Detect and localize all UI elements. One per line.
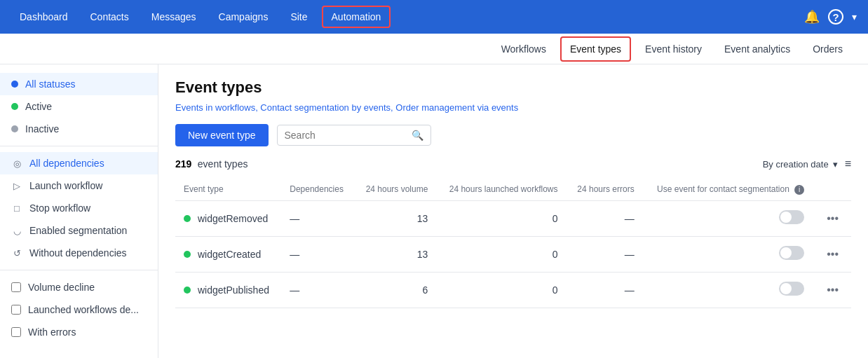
sidebar-item-inactive[interactable]: Inactive <box>0 118 158 140</box>
sidebar-item-volume-decline[interactable]: Volume decline <box>0 276 158 298</box>
volume-decline-checkbox[interactable] <box>11 282 21 292</box>
row-active-dot <box>184 287 191 294</box>
sidebar-item-stop-workflow[interactable]: □ Stop workflow <box>0 197 158 219</box>
volume-decline-label: Volume decline <box>28 282 95 293</box>
segmentation-toggle[interactable] <box>779 246 804 260</box>
results-count-text: 219 event types <box>175 158 247 170</box>
nav-dashboard[interactable]: Dashboard <box>11 7 76 27</box>
segmentation-info-icon[interactable]: i <box>794 185 804 195</box>
bell-icon[interactable]: 🔔 <box>804 9 820 25</box>
col-dependencies: Dependencies <box>281 179 354 200</box>
help-icon[interactable]: ? <box>828 9 843 25</box>
launched-cell: 0 <box>436 272 566 308</box>
segmentation-toggle[interactable] <box>779 282 804 296</box>
event-name: widgetPublished <box>198 284 269 296</box>
sidebar-item-active[interactable]: Active <box>0 95 158 118</box>
subnav-event-types[interactable]: Event types <box>560 36 631 62</box>
subnav-orders[interactable]: Orders <box>804 38 851 60</box>
active-label: Active <box>25 101 52 112</box>
dependencies-cell: — <box>281 200 354 236</box>
sidebar-item-launched-workflows[interactable]: Launched workflows de... <box>0 298 158 321</box>
col-24h-launched: 24 hours launched workflows <box>436 179 566 200</box>
nav-campaigns[interactable]: Campaigns <box>210 7 277 27</box>
volume-cell: 13 <box>355 236 437 272</box>
sidebar-item-without-dependencies[interactable]: ↺ Without dependencies <box>0 242 158 264</box>
sidebar-divider-1 <box>0 146 158 146</box>
launched-cell: 0 <box>436 200 566 236</box>
more-options-button[interactable]: ••• <box>822 209 843 228</box>
nav-right: 🔔 ? ▾ <box>804 9 857 25</box>
search-box: 🔍 <box>277 125 431 146</box>
more-options-button[interactable]: ••• <box>822 245 843 263</box>
results-number: 219 <box>175 158 191 170</box>
all-deps-icon: ◎ <box>11 158 22 169</box>
col-event-type: Event type <box>175 179 281 200</box>
active-dot <box>11 103 18 110</box>
sidebar-item-launch-workflow[interactable]: ▷ Launch workflow <box>0 174 158 197</box>
row-active-dot <box>184 251 191 258</box>
sidebar-item-enabled-segmentation[interactable]: ◡ Enabled segmentation <box>0 219 158 242</box>
table-row: widgetCreated — 13 0 — ••• <box>175 236 851 272</box>
inactive-dot <box>11 125 18 132</box>
errors-cell: — <box>567 236 643 272</box>
errors-cell: — <box>567 200 643 236</box>
sort-filter-icon: ≡ <box>845 158 851 170</box>
sort-label: By creation date <box>763 159 829 170</box>
sidebar-item-all-dependencies[interactable]: ◎ All dependencies <box>0 152 158 174</box>
no-deps-label: Without dependencies <box>29 247 127 259</box>
table-row: widgetRemoved — 13 0 — ••• <box>175 200 851 236</box>
main-content: Event types Events in workflows, Contact… <box>158 64 868 358</box>
header-row: Event type Dependencies 24 hours volume … <box>175 179 851 200</box>
launch-workflow-label: Launch workflow <box>29 180 102 191</box>
top-navigation: Dashboard Contacts Messages Campaigns Si… <box>0 0 868 34</box>
all-statuses-label: All statuses <box>25 78 76 90</box>
sub-navigation: Workflows Event types Event history Even… <box>0 34 868 64</box>
results-label: event types <box>198 158 248 170</box>
col-actions <box>813 179 851 200</box>
nav-automation[interactable]: Automation <box>322 6 391 28</box>
sidebar-divider-2 <box>0 270 158 270</box>
errors-cell: — <box>567 272 643 308</box>
nav-messages[interactable]: Messages <box>143 7 205 27</box>
event-name: widgetRemoved <box>198 213 268 224</box>
volume-cell: 13 <box>355 200 437 236</box>
no-deps-icon: ↺ <box>11 247 22 259</box>
search-input[interactable] <box>285 130 407 141</box>
segmentation-toggle-cell <box>643 272 813 308</box>
sort-control[interactable]: By creation date ▾ ≡ <box>763 158 851 170</box>
table-row: widgetPublished — 6 0 — ••• <box>175 272 851 308</box>
results-row: 219 event types By creation date ▾ ≡ <box>175 158 851 170</box>
subnav-event-analytics[interactable]: Event analytics <box>716 38 799 60</box>
event-name-cell: widgetPublished <box>175 272 281 308</box>
dependencies-cell: — <box>281 236 354 272</box>
page-description: Events in workflows, Contact segmentatio… <box>175 102 851 113</box>
more-options-button[interactable]: ••• <box>822 281 843 299</box>
segmentation-toggle[interactable] <box>779 210 804 224</box>
sidebar-item-all-statuses[interactable]: All statuses <box>0 73 158 95</box>
segmentation-icon: ◡ <box>11 225 22 236</box>
main-layout: All statuses Active Inactive ◎ All depen… <box>0 64 868 358</box>
dependencies-cell: — <box>281 272 354 308</box>
launched-workflows-checkbox[interactable] <box>11 305 21 315</box>
subnav-event-history[interactable]: Event history <box>637 38 710 60</box>
volume-cell: 6 <box>355 272 437 308</box>
col-24h-volume: 24 hours volume <box>355 179 437 200</box>
with-errors-checkbox[interactable] <box>11 327 21 337</box>
nav-contacts[interactable]: Contacts <box>82 7 137 27</box>
more-cell: ••• <box>813 272 851 308</box>
segmentation-label: Enabled segmentation <box>29 225 127 236</box>
col-24h-errors: 24 hours errors <box>567 179 643 200</box>
search-icon: 🔍 <box>412 130 423 141</box>
inactive-label: Inactive <box>25 123 59 135</box>
new-event-type-button[interactable]: New event type <box>175 124 269 146</box>
nav-site[interactable]: Site <box>282 7 316 27</box>
subnav-workflows[interactable]: Workflows <box>493 38 555 60</box>
more-cell: ••• <box>813 200 851 236</box>
all-statuses-dot <box>11 81 18 88</box>
account-chevron-icon[interactable]: ▾ <box>852 11 857 22</box>
event-name-cell: widgetCreated <box>175 236 281 272</box>
sidebar-item-with-errors[interactable]: With errors <box>0 321 158 343</box>
toolbar: New event type 🔍 <box>175 124 851 146</box>
launched-cell: 0 <box>436 236 566 272</box>
event-name-cell: widgetRemoved <box>175 200 281 236</box>
